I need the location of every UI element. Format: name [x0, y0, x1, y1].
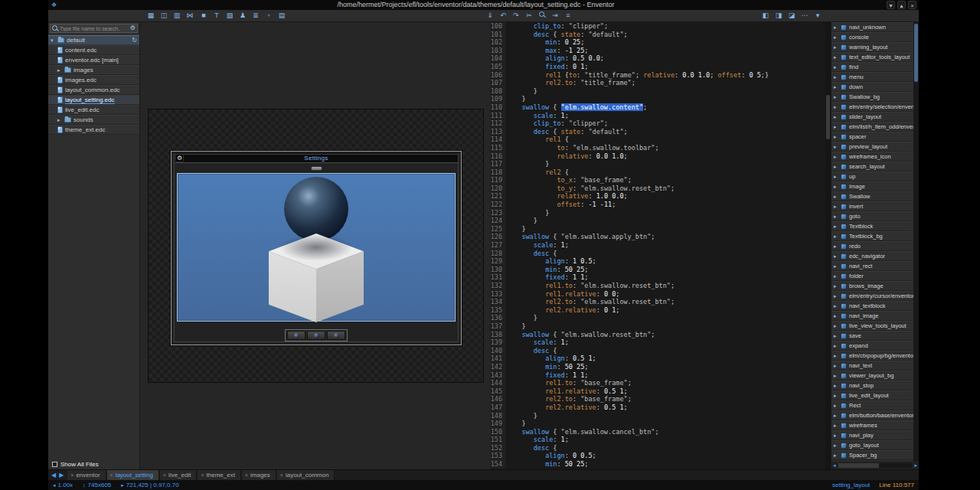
expander-icon[interactable]: ▸ — [834, 443, 838, 449]
navigator-item-wireframes[interactable]: ▸wireframes — [831, 420, 913, 430]
expander-icon[interactable]: ▸ — [834, 363, 838, 369]
expander-icon[interactable]: ▸ — [834, 94, 838, 100]
expander-icon[interactable]: ▸ — [834, 333, 838, 339]
expander-icon[interactable]: ▸ — [834, 283, 838, 289]
expander-icon[interactable]: ▸ — [834, 24, 838, 31]
navigator-item-navi-image[interactable]: ▸navi_image — [831, 311, 913, 321]
expander-icon[interactable]: ▸ — [834, 373, 838, 379]
close-button[interactable]: × — [908, 1, 916, 9]
navigator-item-image[interactable]: ▸Image — [831, 181, 913, 191]
expander-icon[interactable]: ▸ — [834, 413, 838, 419]
expander-icon[interactable]: ▾ — [51, 38, 55, 44]
tab-images[interactable]: ×images — [242, 470, 276, 480]
tree-item-images[interactable]: ▸images — [48, 65, 139, 75]
menu-icon[interactable]: ⋯ — [799, 11, 810, 21]
expander-icon[interactable]: ▸ — [834, 323, 838, 329]
expander-icon[interactable]: ▸ — [834, 194, 838, 200]
navigator-item-elm-button-base-enventor[interactable]: ▸elm/button/base/enventor — [831, 410, 913, 420]
tree-item-enventor-edc-main[interactable]: enventor.edc [main] — [48, 55, 139, 65]
dropdown-icon[interactable]: ▾ — [812, 11, 823, 21]
expander-icon[interactable]: ▸ — [834, 383, 838, 389]
expander-icon[interactable]: ▸ — [834, 164, 838, 170]
navigator-item-save[interactable]: ▸save — [831, 331, 913, 341]
navigator-item-elm-entry-cursor-enventor[interactable]: ▸elm/entry/cursor/enventor — [831, 291, 913, 301]
live-edit-view-icon[interactable]: ▦ — [145, 11, 156, 21]
hscroll-left-icon[interactable]: ◂ — [832, 462, 837, 469]
navigator-item-textblock-bg[interactable]: ▸Textblock_bg — [831, 231, 913, 241]
navigator-item-edc-navigator[interactable]: ▸edc_navigator — [831, 251, 913, 261]
tab-layout-common[interactable]: ×layout_common — [277, 470, 335, 480]
file-browser-toggle-icon[interactable]: ◨ — [773, 11, 784, 21]
navigator-item-navi-stop[interactable]: ▸navi_stop — [831, 381, 913, 390]
navigator-hscrollbar[interactable]: ◂ ▸ — [831, 462, 919, 469]
tab-scroll-right[interactable]: ▶ — [57, 470, 65, 480]
tree-item-content-edc[interactable]: content.edc — [48, 45, 139, 55]
navigator-item-up[interactable]: ▸up — [831, 172, 913, 181]
spacer-tool-icon[interactable]: ▫ — [263, 11, 274, 21]
navigator-item-elm-entry-selection-enventor[interactable]: ▸elm/entry/selection/enventor — [831, 102, 913, 112]
expander-icon[interactable]: ▸ — [834, 174, 838, 180]
navigator-item-search-layout[interactable]: ▸search_layout — [831, 162, 913, 172]
navigator-item-warning-layout[interactable]: ▸warning_layout — [831, 42, 913, 52]
layer-view-icon[interactable]: ▥ — [172, 11, 182, 21]
expander-icon[interactable]: ▸ — [834, 343, 838, 349]
navigator-item-goto-layout[interactable]: ▸goto_layout — [831, 440, 913, 450]
tab-close-icon[interactable]: × — [70, 472, 74, 478]
navigator-item-viewer-layout-bg[interactable]: ▸viewer_layout_bg — [831, 371, 913, 381]
shade-button[interactable]: ▾ — [887, 1, 895, 9]
expander-icon[interactable]: ▸ — [834, 433, 838, 439]
navigator-item-elm-list-h-item-odd-enventor[interactable]: ▸elm/list/h_item_odd/enventor — [831, 122, 913, 132]
undo-icon[interactable]: ↶ — [498, 11, 508, 21]
navigator-item-navi-play[interactable]: ▸navi_play — [831, 430, 913, 440]
expander-icon[interactable]: ▸ — [834, 154, 838, 160]
navigator-item-text-editor-tools-layout[interactable]: ▸text_editor_tools_layout — [831, 52, 913, 62]
tab-live-edit[interactable]: ×live_edit — [160, 470, 197, 480]
mirror-view-icon[interactable]: ⋈ — [185, 11, 195, 21]
show-all-files-checkbox[interactable] — [52, 462, 57, 467]
navigator-item-wireframes-icon[interactable]: ▸wireframes_icon — [831, 152, 913, 162]
expander-icon[interactable]: ▸ — [834, 214, 838, 220]
expander-icon[interactable]: ▸ — [834, 403, 838, 409]
navigator-item-down[interactable]: ▸down — [831, 82, 913, 92]
textblock-tool-icon[interactable]: ≣ — [250, 11, 261, 21]
editor-scrollbar[interactable] — [825, 22, 831, 469]
expander-icon[interactable]: ▸ — [834, 54, 838, 60]
navigator-item-navi-rect[interactable]: ▸navi_rect — [831, 261, 913, 271]
code-lines[interactable]: 100 clip_to: "clipper";101 desc { state:… — [490, 22, 825, 469]
navigator-item-find[interactable]: ▸find — [831, 62, 913, 72]
expander-icon[interactable]: ▸ — [834, 253, 838, 260]
refresh-icon[interactable]: ↻ — [132, 37, 137, 44]
maximize-button[interactable]: ▴ — [897, 1, 906, 9]
navigator-item-textblock[interactable]: ▸Textblock — [831, 221, 913, 231]
navigator-item-navi-textblock[interactable]: ▸navi_textblock — [831, 301, 913, 311]
navigator-item-folder[interactable]: ▸folder — [831, 271, 913, 281]
template-icon[interactable]: ≡ — [563, 11, 573, 21]
navigator-item-invert[interactable]: ▸invert — [831, 201, 913, 211]
expander-icon[interactable]: ▸ — [834, 273, 838, 279]
tab-layout-setting[interactable]: ×layout_setting — [107, 470, 159, 480]
navigator-item-navi-text[interactable]: ▸navi_text — [831, 361, 913, 371]
navigator-item-rect[interactable]: ▸Rect — [831, 400, 913, 410]
expander-icon[interactable]: ▸ — [834, 124, 838, 130]
expander-icon[interactable]: ▸ — [834, 313, 838, 319]
navigator-item-spacer[interactable]: ▸spacer — [831, 132, 913, 142]
titlebar[interactable]: ❖ /home/hermet/Projects/efl/tools/envent… — [48, 0, 919, 10]
navigator-item-brows-image[interactable]: ▸brows_image — [831, 281, 913, 291]
expander-icon[interactable]: ▸ — [834, 144, 838, 150]
tab-close-icon[interactable]: × — [280, 472, 283, 478]
tab-close-icon[interactable]: × — [201, 472, 204, 478]
navigator-item-goto[interactable]: ▸goto — [831, 211, 913, 221]
dual-view-icon[interactable]: ◫ — [158, 11, 169, 21]
hscroll-thumb[interactable] — [838, 463, 879, 468]
tab-close-icon[interactable]: × — [110, 472, 113, 478]
navigator-item-live-edit-layout[interactable]: ▸live_edit_layout — [831, 390, 913, 400]
swallow-tool-icon[interactable]: ♟ — [237, 11, 248, 21]
tab-close-icon[interactable]: × — [163, 472, 166, 478]
navigator-item-navi-unknown[interactable]: ▸navi_unknown — [831, 22, 913, 32]
expander-icon[interactable]: ▸ — [834, 423, 838, 429]
expander-icon[interactable]: ▸ — [834, 452, 838, 459]
text-tool-icon[interactable]: T — [211, 11, 222, 21]
redo-icon[interactable]: ↷ — [511, 11, 521, 21]
search-options-icon[interactable]: ⚙ — [130, 24, 136, 32]
navigator-item-console[interactable]: ▸console — [831, 32, 913, 42]
